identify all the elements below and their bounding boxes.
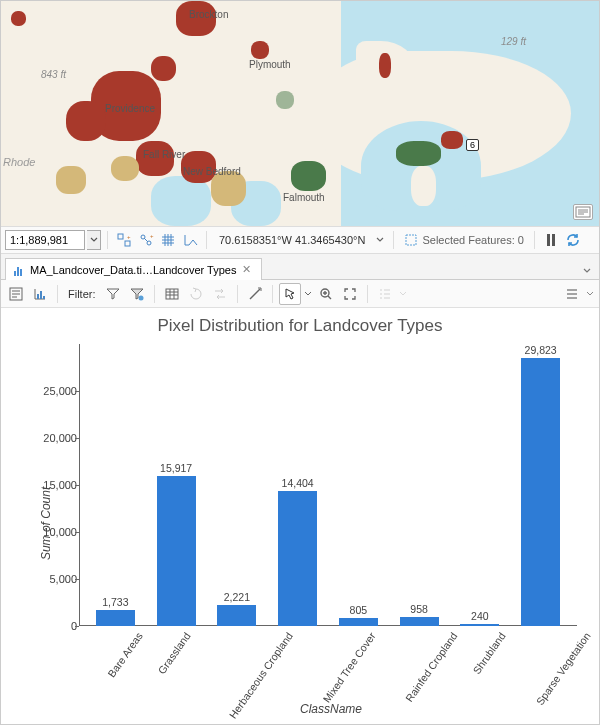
swap-button[interactable] — [209, 283, 231, 305]
chart-title: Pixel Distribution for Landcover Types — [11, 316, 589, 336]
svg-text:+: + — [150, 233, 154, 239]
y-axis-label: Sum of Count — [39, 487, 53, 560]
filter-selection-button[interactable] — [126, 283, 148, 305]
y-tick-label: 15,000 — [37, 479, 77, 491]
elevation-left: 843 ft — [41, 69, 66, 80]
chart-toolbar: Filter: — [1, 280, 599, 308]
bar-rect[interactable] — [157, 476, 196, 626]
scale-input[interactable]: 1:1,889,981 — [5, 230, 85, 250]
svg-rect-13 — [166, 289, 178, 299]
city-label-falmouth: Falmouth — [283, 192, 325, 203]
map-status-bar: 1:1,889,981 + + 70.6158351°W 41.3465430°… — [1, 226, 599, 254]
constraints-icon[interactable]: + — [114, 230, 134, 250]
svg-rect-10 — [40, 291, 42, 299]
pause-draw-button[interactable] — [541, 230, 561, 250]
road-shield: 6 — [466, 139, 479, 151]
bar[interactable]: 240 — [450, 344, 511, 626]
bar-value-label: 805 — [350, 604, 368, 616]
bar[interactable]: 2,221 — [207, 344, 268, 626]
selection-tool-button[interactable] — [279, 283, 301, 305]
y-tick-label: 0 — [37, 620, 77, 632]
svg-rect-9 — [37, 294, 39, 299]
coords-dropdown[interactable] — [373, 230, 387, 250]
bar-value-label: 15,917 — [160, 462, 192, 474]
chart-tab[interactable]: MA_Landcover_Data.ti…Landcover Types ✕ — [5, 258, 262, 280]
chart-panel: Pixel Distribution for Landcover Types S… — [1, 308, 599, 724]
bar-rect[interactable] — [400, 617, 439, 626]
bar[interactable]: 805 — [328, 344, 389, 626]
bar[interactable]: 1,733 — [85, 344, 146, 626]
close-icon[interactable]: ✕ — [240, 263, 253, 276]
axes-button[interactable] — [29, 283, 51, 305]
bar[interactable]: 958 — [389, 344, 450, 626]
city-label-brockton: Brockton — [189, 9, 228, 20]
bar-rect[interactable] — [217, 605, 256, 626]
rotate-button[interactable] — [185, 283, 207, 305]
bar[interactable]: 29,823 — [510, 344, 571, 626]
y-tick-label: 10,000 — [37, 526, 77, 538]
y-tick-label: 25,000 — [37, 385, 77, 397]
chart-tab-label: MA_Landcover_Data.ti…Landcover Types — [30, 264, 236, 276]
filter-label: Filter: — [64, 288, 100, 300]
full-extent-button[interactable] — [339, 283, 361, 305]
svg-rect-1 — [118, 234, 123, 239]
bar-value-label: 1,733 — [102, 596, 128, 608]
city-label-newbedford: New Bedford — [183, 166, 241, 177]
scale-dropdown[interactable] — [87, 230, 101, 250]
bar-value-label: 2,221 — [224, 591, 250, 603]
chart-tab-bar: MA_Landcover_Data.ti…Landcover Types ✕ — [1, 254, 599, 280]
grid-icon[interactable] — [158, 230, 178, 250]
legend-dropdown[interactable] — [398, 283, 408, 305]
svg-rect-7 — [406, 235, 416, 245]
table-button[interactable] — [161, 283, 183, 305]
correction-icon[interactable] — [180, 230, 200, 250]
bar-value-label: 14,404 — [282, 477, 314, 489]
city-label-plymouth: Plymouth — [249, 59, 291, 70]
clear-selection-button[interactable] — [244, 283, 266, 305]
bar-chart-icon — [14, 264, 26, 276]
svg-rect-11 — [43, 296, 45, 299]
snapping-icon[interactable]: + — [136, 230, 156, 250]
elevation-right: 129 ft — [501, 36, 526, 47]
x-axis-label: ClassName — [300, 702, 362, 716]
svg-rect-2 — [125, 241, 130, 246]
menu-dropdown[interactable] — [585, 283, 595, 305]
svg-point-12 — [138, 295, 143, 300]
chart-plot[interactable]: Sum of Count 05,00010,00015,00020,00025,… — [11, 344, 589, 714]
bar-rect[interactable] — [521, 358, 560, 626]
menu-button[interactable] — [561, 283, 583, 305]
y-tick-label: 20,000 — [37, 432, 77, 444]
bar[interactable]: 14,404 — [267, 344, 328, 626]
svg-text:+: + — [127, 234, 131, 240]
selected-features-icon — [404, 233, 418, 247]
bar-rect[interactable] — [339, 618, 378, 626]
map-view[interactable]: Brockton Plymouth Providence Fall River … — [1, 1, 599, 226]
bar-value-label: 240 — [471, 610, 489, 622]
y-tick-label: 5,000 — [37, 573, 77, 585]
selection-tool-dropdown[interactable] — [303, 283, 313, 305]
city-label-fallriver: Fall River — [143, 149, 185, 160]
bar-rect[interactable] — [96, 610, 135, 626]
tab-overflow-button[interactable] — [579, 263, 595, 279]
bar-value-label: 958 — [410, 603, 428, 615]
state-label: Rhode — [3, 156, 35, 168]
bar-value-label: 29,823 — [525, 344, 557, 356]
properties-button[interactable] — [5, 283, 27, 305]
refresh-button[interactable] — [563, 230, 583, 250]
map-context-button[interactable] — [573, 204, 593, 220]
bar-rect[interactable] — [278, 491, 317, 626]
selected-features-label: Selected Features: 0 — [422, 234, 524, 246]
legend-button[interactable] — [374, 283, 396, 305]
city-label-providence: Providence — [105, 103, 155, 114]
zoom-tool-button[interactable] — [315, 283, 337, 305]
bar[interactable]: 15,917 — [146, 344, 207, 626]
coordinates-display: 70.6158351°W 41.3465430°N — [213, 234, 371, 246]
filter-extent-button[interactable] — [102, 283, 124, 305]
